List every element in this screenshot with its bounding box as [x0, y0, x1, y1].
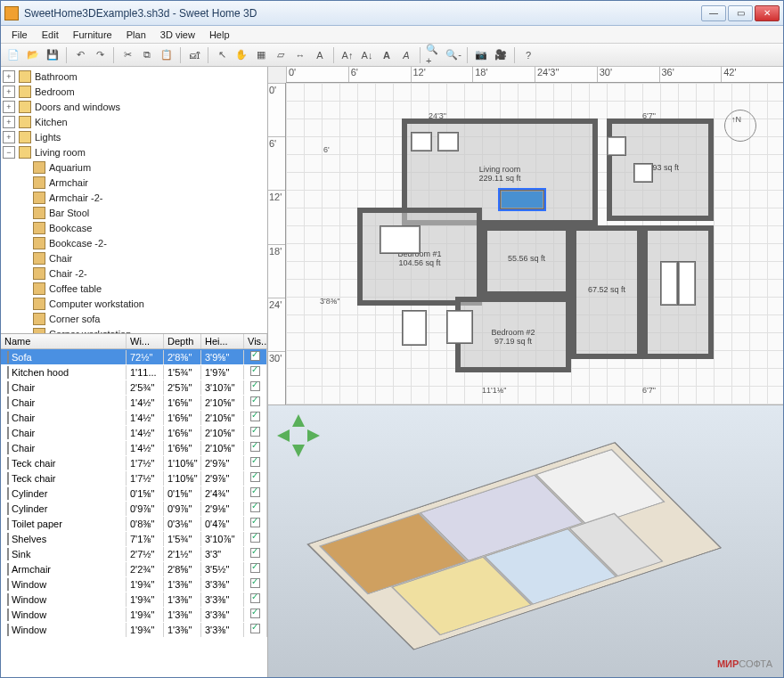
zoom-out-icon[interactable]: 🔍-	[445, 46, 462, 64]
visible-checkbox[interactable]	[250, 518, 260, 527]
video-icon[interactable]: 🎥	[492, 46, 510, 64]
table-row[interactable]: Sofa72½"2'8⅜"3'9⅝"	[1, 349, 267, 364]
redo-icon[interactable]: ↷	[91, 46, 109, 64]
table-row[interactable]: Teck chair1'7½"1'10⅝"2'9⅞"	[1, 455, 267, 470]
visible-checkbox[interactable]	[250, 412, 260, 421]
wall-icon[interactable]: ▦	[252, 46, 270, 64]
3d-view[interactable]: МИРСОФТА	[268, 405, 783, 677]
room-icon[interactable]: ▱	[272, 46, 290, 64]
furniture-sofa[interactable]	[500, 190, 544, 209]
column-header[interactable]: Hei...	[201, 334, 244, 348]
visible-checkbox[interactable]	[250, 563, 260, 573]
menu-file[interactable]: File	[4, 28, 35, 42]
table-row[interactable]: Cylinder0'9⅞"0'9⅞"2'9⅛"	[1, 501, 267, 516]
furniture-item[interactable]	[446, 310, 473, 344]
expand-icon[interactable]: +	[3, 70, 15, 83]
expand-icon[interactable]: +	[3, 131, 15, 143]
category-bedroom[interactable]: +Bedroom	[3, 84, 265, 99]
plan-view[interactable]: 0'6'12'18'24'3"30'36'42' 0'6'12'18'24'30…	[268, 67, 783, 405]
catalog-item[interactable]: Corner workstation	[3, 326, 265, 334]
furniture-catalog[interactable]: +Bathroom+Bedroom+Doors and windows+Kitc…	[1, 67, 267, 334]
visible-checkbox[interactable]	[250, 381, 260, 391]
copy-icon[interactable]: ⧉	[138, 46, 156, 64]
paste-icon[interactable]: 📋	[158, 46, 176, 64]
catalog-item[interactable]: Aquarium	[3, 159, 265, 175]
column-header[interactable]: Depth	[164, 334, 201, 348]
menu-help[interactable]: Help	[202, 28, 237, 42]
pan-icon[interactable]: ✋	[233, 46, 250, 64]
undo-icon[interactable]: ↶	[71, 46, 89, 64]
visible-checkbox[interactable]	[250, 472, 260, 482]
table-row[interactable]: Teck chair1'7½"1'10⅝"2'9⅞"	[1, 470, 267, 486]
text-size-up-icon[interactable]: A↑	[339, 46, 356, 64]
visible-checkbox[interactable]	[250, 351, 260, 361]
category-lights[interactable]: +Lights	[3, 129, 265, 144]
nav-right-icon[interactable]	[307, 429, 320, 442]
furniture-item[interactable]	[437, 132, 459, 151]
table-row[interactable]: Armchair2'2¾"2'8⅝"3'5½"	[1, 561, 267, 576]
category-living-room[interactable]: −Living room	[3, 144, 265, 159]
room[interactable]	[482, 225, 571, 297]
table-row[interactable]: Cylinder0'1⅝"0'1⅝"2'4¾"	[1, 486, 267, 501]
zoom-in-icon[interactable]: 🔍+	[425, 46, 443, 64]
menu-plan[interactable]: Plan	[119, 28, 153, 42]
visible-checkbox[interactable]	[250, 457, 260, 467]
table-row[interactable]: Toilet paper0'8⅜"0'3⅛"0'4⅞"	[1, 516, 267, 531]
visible-checkbox[interactable]	[250, 609, 260, 618]
visible-checkbox[interactable]	[250, 442, 260, 452]
table-row[interactable]: Kitchen hood1'11...1'5¾"1'9⅞"	[1, 364, 267, 380]
catalog-item[interactable]: Armchair	[3, 175, 265, 190]
new-icon[interactable]: 📄	[4, 46, 22, 64]
table-row[interactable]: Window1'9¾"1'3⅜"3'3⅜"	[1, 592, 267, 607]
expand-icon[interactable]: +	[3, 86, 15, 98]
menu-3d-view[interactable]: 3D view	[153, 28, 202, 42]
room[interactable]	[357, 208, 482, 306]
visible-checkbox[interactable]	[250, 578, 260, 588]
catalog-item[interactable]: Computer workstation	[3, 296, 265, 311]
text-icon[interactable]: A	[311, 46, 329, 64]
italic-icon[interactable]: A	[397, 46, 415, 64]
3d-nav-pad[interactable]	[277, 414, 320, 457]
catalog-item[interactable]: Bar Stool	[3, 205, 265, 220]
cut-icon[interactable]: ✂	[118, 46, 136, 64]
save-icon[interactable]: 💾	[44, 46, 61, 64]
bold-icon[interactable]: A	[378, 46, 396, 64]
furniture-item[interactable]	[607, 136, 626, 156]
visible-checkbox[interactable]	[250, 396, 260, 406]
column-header[interactable]: Vis...	[244, 334, 267, 348]
expand-icon[interactable]: +	[3, 101, 15, 113]
table-row[interactable]: Chair1'4½"1'6⅝"2'10⅝"	[1, 425, 267, 440]
visible-checkbox[interactable]	[250, 487, 260, 497]
minimize-button[interactable]: —	[701, 5, 726, 21]
visible-checkbox[interactable]	[250, 593, 260, 603]
visible-checkbox[interactable]	[250, 427, 260, 437]
furniture-item[interactable]	[660, 261, 678, 306]
maximize-button[interactable]: ▭	[728, 5, 753, 21]
category-doors-and-windows[interactable]: +Doors and windows	[3, 99, 265, 114]
nav-left-icon[interactable]	[277, 429, 290, 442]
table-row[interactable]: Chair1'4½"1'6⅝"2'10⅝"	[1, 410, 267, 425]
catalog-item[interactable]: Bookcase	[3, 220, 265, 235]
catalog-item[interactable]: Corner sofa	[3, 311, 265, 326]
nav-down-icon[interactable]	[292, 445, 305, 457]
visible-checkbox[interactable]	[250, 533, 260, 543]
furniture-item[interactable]	[380, 225, 421, 254]
add-furniture-icon[interactable]: 🛋	[185, 46, 203, 64]
category-kitchen[interactable]: +Kitchen	[3, 114, 265, 129]
close-button[interactable]: ✕	[755, 5, 780, 21]
catalog-item[interactable]: Bookcase -2-	[3, 235, 265, 250]
table-row[interactable]: Window1'9¾"1'3⅜"3'3⅜"	[1, 576, 267, 592]
column-header[interactable]: Wi...	[127, 334, 164, 348]
open-icon[interactable]: 📂	[24, 46, 42, 64]
room[interactable]	[607, 118, 714, 221]
column-header[interactable]: Name	[1, 334, 127, 348]
table-row[interactable]: Window1'9¾"1'3⅜"3'3⅜"	[1, 607, 267, 622]
catalog-item[interactable]: Chair	[3, 250, 265, 265]
select-icon[interactable]: ↖	[213, 46, 231, 64]
visible-checkbox[interactable]	[250, 366, 260, 376]
category-bathroom[interactable]: +Bathroom	[3, 69, 265, 84]
visible-checkbox[interactable]	[250, 502, 260, 512]
table-row[interactable]: Chair1'4½"1'6⅝"2'10⅝"	[1, 395, 267, 410]
furniture-item[interactable]	[633, 163, 653, 183]
table-row[interactable]: Sink2'7½"2'1½"3'3"	[1, 546, 267, 561]
